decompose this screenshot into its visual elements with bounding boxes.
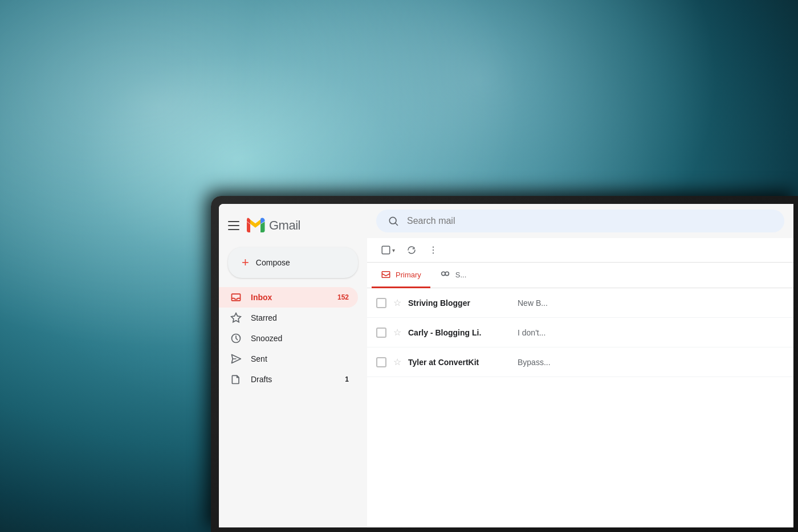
sent-label: Sent xyxy=(251,354,349,363)
screen: Gmail + Compose Inbox xyxy=(219,204,793,527)
nav-item-inbox[interactable]: Inbox 152 xyxy=(219,287,358,308)
drafts-label: Drafts xyxy=(251,375,336,384)
nav-item-starred[interactable]: Starred xyxy=(219,308,358,328)
refresh-icon xyxy=(406,245,417,255)
email-star-2[interactable]: ☆ xyxy=(393,357,401,367)
starred-icon xyxy=(230,312,242,324)
gmail-logo: Gmail xyxy=(245,215,300,236)
email-list: ☆ Striving Blogger New B... ☆ Carly - Bl… xyxy=(367,288,793,527)
social-tab-label: S... xyxy=(455,271,467,279)
snoozed-label: Snoozed xyxy=(251,334,349,343)
nav-item-drafts[interactable]: Drafts 1 xyxy=(219,369,358,390)
svg-point-4 xyxy=(433,247,434,248)
gmail-title: Gmail xyxy=(269,218,300,233)
tab-social[interactable]: S... xyxy=(430,263,476,288)
inbox-icon xyxy=(230,292,242,303)
email-sender-0: Striving Blogger xyxy=(408,298,511,308)
email-checkbox-0[interactable] xyxy=(376,298,386,308)
tabs-bar: Primary S... xyxy=(367,263,793,288)
social-tab-icon xyxy=(439,270,451,279)
inbox-label: Inbox xyxy=(251,293,328,302)
table-row[interactable]: ☆ Striving Blogger New B... xyxy=(367,288,793,318)
svg-point-8 xyxy=(441,272,445,275)
more-vertical-icon xyxy=(428,245,438,255)
refresh-button[interactable] xyxy=(402,242,421,259)
drafts-count: 1 xyxy=(345,375,349,383)
compose-button[interactable]: + Compose xyxy=(228,247,358,278)
select-button[interactable]: ▾ xyxy=(376,242,400,259)
table-row[interactable]: ☆ Carly - Blogging Li. I don't... xyxy=(367,318,793,347)
inbox-count: 152 xyxy=(337,293,349,301)
email-sender-1: Carly - Blogging Li. xyxy=(408,328,511,337)
more-options-button[interactable] xyxy=(424,242,443,259)
svg-point-5 xyxy=(433,249,434,251)
snoozed-icon xyxy=(230,333,242,344)
sidebar-header: Gmail xyxy=(219,211,367,245)
checkbox-icon xyxy=(381,245,391,255)
starred-label: Starred xyxy=(251,313,349,322)
sidebar: Gmail + Compose Inbox xyxy=(219,204,367,527)
email-star-1[interactable]: ☆ xyxy=(393,327,401,338)
nav-item-sent[interactable]: Sent xyxy=(219,349,358,369)
hamburger-menu-icon[interactable] xyxy=(228,221,239,230)
compose-plus-icon: + xyxy=(242,256,249,269)
primary-tab-label: Primary xyxy=(396,271,421,279)
nav-item-snoozed[interactable]: Snoozed xyxy=(219,328,358,349)
toolbar: ▾ xyxy=(367,238,793,263)
gmail-m-icon xyxy=(245,215,266,236)
svg-rect-3 xyxy=(382,246,390,254)
email-snippet-2: Bypass... xyxy=(518,358,784,367)
main-content: ▾ xyxy=(367,204,793,527)
compose-label: Compose xyxy=(256,258,290,267)
search-bar xyxy=(367,204,793,238)
email-star-0[interactable]: ☆ xyxy=(393,297,401,308)
email-checkbox-1[interactable] xyxy=(376,328,386,338)
sent-icon xyxy=(230,353,242,365)
email-snippet-0: New B... xyxy=(518,298,784,308)
svg-point-9 xyxy=(445,272,449,275)
search-icon xyxy=(388,215,399,227)
tab-primary[interactable]: Primary xyxy=(372,263,430,288)
search-input-wrapper[interactable] xyxy=(376,210,784,232)
laptop-bezel: Gmail + Compose Inbox xyxy=(211,196,798,532)
email-checkbox-2[interactable] xyxy=(376,357,386,367)
search-input[interactable] xyxy=(407,216,773,226)
email-sender-2: Tyler at ConvertKit xyxy=(408,358,511,367)
email-snippet-1: I don't... xyxy=(518,328,784,337)
drafts-icon xyxy=(230,374,242,385)
chevron-down-icon: ▾ xyxy=(392,247,395,253)
table-row[interactable]: ☆ Tyler at ConvertKit Bypass... xyxy=(367,347,793,377)
svg-point-6 xyxy=(433,252,434,253)
primary-tab-icon xyxy=(381,269,391,280)
